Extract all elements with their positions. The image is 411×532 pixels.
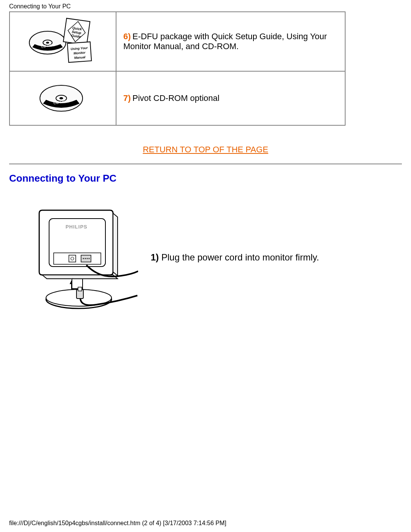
return-to-top-link[interactable]: RETURN TO TOP OF THE PAGE — [143, 145, 268, 154]
table-row: CD-ROM Quick Setup Guide Using You — [10, 12, 345, 71]
svg-point-2 — [46, 42, 49, 44]
page-header-title: Connecting to Your PC — [0, 0, 411, 11]
item-number: 6) — [123, 32, 131, 41]
item-description: E-DFU package with Quick Setup Guide, Us… — [123, 32, 327, 51]
footer-file-path: file:///D|/C/english/150p4cgbs/install/c… — [9, 520, 226, 527]
step-description: Plug the power cord into monitor firmly. — [161, 252, 319, 262]
edfu-package-icon: CD-ROM Quick Setup Guide Using You — [25, 16, 101, 67]
item-6-desc-cell: 6) E-DFU package with Quick Setup Guide,… — [116, 12, 345, 71]
return-link-wrap: RETURN TO TOP OF THE PAGE — [9, 145, 402, 155]
monitor-back-image: PHILIPS — [23, 200, 139, 315]
svg-point-26 — [89, 258, 90, 259]
section-heading: Connecting to Your PC — [9, 173, 402, 184]
items-table: CD-ROM Quick Setup Guide Using You — [9, 11, 346, 126]
item-7-desc-cell: 7) Pivot CD-ROM optional — [116, 71, 345, 125]
svg-point-23 — [83, 258, 84, 259]
svg-text:Manual: Manual — [74, 55, 86, 60]
table-row: CD-ROM 7) Pivot CD-ROM optional — [10, 71, 345, 125]
svg-text:PHILIPS: PHILIPS — [65, 224, 88, 230]
item-number: 7) — [123, 93, 131, 103]
item-6-image-cell: CD-ROM Quick Setup Guide Using You — [10, 12, 116, 71]
main-content: CD-ROM Quick Setup Guide Using You — [0, 11, 411, 315]
step-1-text: 1) Plug the power cord into monitor firm… — [151, 252, 319, 263]
section-divider — [9, 164, 402, 164]
svg-rect-20 — [69, 255, 76, 262]
cdrom-icon: CD-ROM — [32, 78, 93, 118]
svg-point-15 — [59, 97, 63, 99]
svg-rect-33 — [78, 287, 82, 291]
item-7-image-cell: CD-ROM — [10, 71, 116, 125]
svg-point-25 — [87, 258, 88, 259]
item-description: Pivot CD-ROM optional — [132, 93, 220, 103]
step-1-row: PHILIPS — [23, 200, 402, 315]
step-number: 1) — [151, 252, 159, 262]
svg-point-24 — [85, 258, 86, 259]
